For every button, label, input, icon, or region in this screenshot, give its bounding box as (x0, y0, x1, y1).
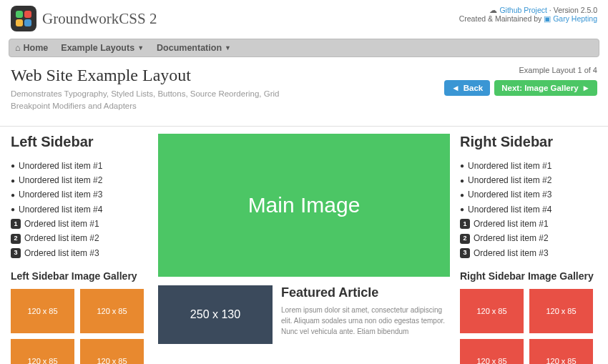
left-sidebar-title: Left Sidebar (11, 134, 148, 150)
feature-image: 250 x 130 (158, 285, 273, 344)
arrow-left-icon: ◄ (451, 84, 459, 92)
left-gallery-title: Left Sidebar Image Gallery (11, 270, 148, 282)
list-item: 3Ordered list item #3 (11, 246, 148, 260)
maintained-label: Created & Maintained by (459, 14, 542, 23)
list-item: 1Ordered list item #1 (11, 217, 148, 231)
caret-down-icon: ▼ (225, 44, 231, 51)
caret-down-icon: ▼ (137, 44, 144, 51)
nav-bar: ⌂Home Example Layouts▼ Documentation▼ (9, 39, 599, 57)
list-item: 2Ordered list item #2 (11, 231, 148, 245)
list-item: ●Unordered list item #3 (11, 187, 148, 202)
list-item: ●Unordered list item #2 (11, 173, 148, 187)
page-subtitle: Demonstrates Typography, Styled Lists, B… (11, 88, 311, 113)
right-unordered-list: ●Unordered list item #1 ●Unordered list … (460, 159, 597, 261)
layout-counter: Example Layout 1 of 4 (519, 66, 597, 74)
author-link[interactable]: Gary Hepting (553, 14, 597, 23)
thumbnail[interactable]: 120 x 85 (11, 339, 74, 364)
logo (11, 6, 36, 31)
left-unordered-list: ●Unordered list item #1 ●Unordered list … (11, 159, 148, 261)
nav-layouts[interactable]: Example Layouts▼ (61, 43, 144, 53)
list-item: ●Unordered list item #1 (11, 159, 148, 173)
list-item: 3Ordered list item #3 (460, 246, 597, 260)
list-item: 1Ordered list item #1 (460, 217, 597, 231)
version-text: Version 2.5.0 (554, 6, 597, 14)
github-link[interactable]: Github Project (499, 6, 547, 14)
thumbnail[interactable]: 120 x 85 (529, 289, 593, 333)
list-item: ●Unordered list item #4 (460, 202, 597, 217)
thumbnail[interactable]: 120 x 85 (460, 339, 524, 364)
main-image: Main Image (158, 134, 450, 277)
right-gallery-title: Right Sidebar Image Gallery (460, 270, 597, 282)
twitter-icon: ▣ (544, 14, 551, 23)
meta-info: ☁ Github Project · Version 2.5.0 Created… (459, 6, 597, 23)
arrow-right-icon: ► (582, 84, 590, 92)
feature-title: Featured Article (281, 285, 450, 300)
list-item: ●Unordered list item #1 (460, 159, 597, 173)
home-icon: ⌂ (15, 43, 21, 53)
list-item: ●Unordered list item #4 (11, 202, 148, 217)
brand-title: GroundworkCSS 2 (42, 10, 157, 28)
thumbnail[interactable]: 120 x 85 (460, 289, 524, 333)
thumbnail[interactable]: 120 x 85 (80, 339, 144, 364)
nav-docs[interactable]: Documentation▼ (157, 43, 231, 53)
thumbnail[interactable]: 120 x 85 (80, 289, 144, 333)
github-icon: ☁ (489, 6, 497, 14)
back-button[interactable]: ◄Back (444, 80, 490, 96)
thumbnail[interactable]: 120 x 85 (11, 289, 74, 333)
list-item: ●Unordered list item #2 (460, 173, 597, 187)
next-button[interactable]: Next: Image Gallery► (494, 80, 597, 96)
thumbnail[interactable]: 120 x 85 (529, 339, 593, 364)
list-item: ●Unordered list item #3 (460, 187, 597, 202)
right-sidebar-title: Right Sidebar (460, 134, 597, 150)
list-item: 2Ordered list item #2 (460, 231, 597, 245)
nav-home[interactable]: ⌂Home (15, 43, 48, 53)
feature-text: Lorem ipsum dolor sit amet, consectetur … (281, 305, 450, 337)
